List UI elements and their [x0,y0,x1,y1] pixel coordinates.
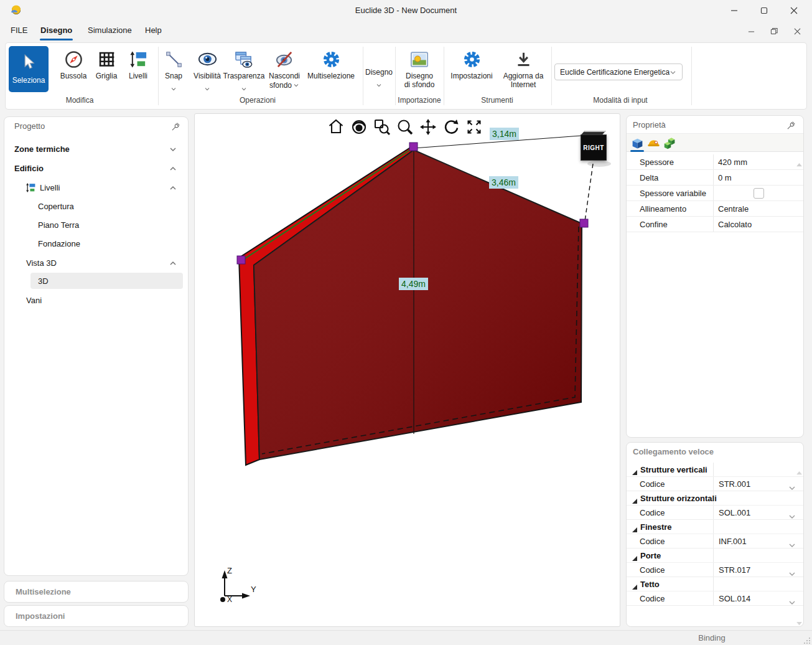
multiselect-button[interactable]: Multiselezione [304,48,358,80]
dimension-label-top: 3,14m [490,128,519,140]
doc-close-button[interactable] [790,24,805,39]
gear-icon [322,48,341,70]
tab-construction-helmet-icon[interactable] [646,136,661,151]
chevron-up-icon[interactable] [169,258,177,268]
quicklink-row-codice[interactable]: Codice STR.001 [627,477,803,491]
eye-slash-icon [275,48,294,70]
tree-item-livelli[interactable]: Livelli [4,180,188,195]
levels-icon [129,48,148,70]
chevron-down-icon [170,82,177,93]
doc-minimize-button[interactable] [744,24,758,39]
quicklink-row-codice[interactable]: Codice SOL.001 [627,506,803,520]
navigation-cube[interactable]: RIGHT [581,134,607,161]
doc-restore-button[interactable] [767,24,782,39]
group-separator [691,47,692,105]
quicklink-row-codice[interactable]: Codice INF.001 [627,534,803,548]
axis-y-label: Y [251,585,256,594]
quicklink-group-strutture-verticali[interactable]: Strutture verticali [627,463,803,477]
vertex-handle-apex[interactable] [409,143,418,151]
active-tab-underline [630,150,644,152]
gear-icon [462,48,482,70]
active-menu-underline [40,39,73,40]
properties-tabs [627,133,803,152]
close-button[interactable] [782,2,806,19]
settings-button[interactable]: Impostazioni [445,48,498,80]
group-label-operazioni: Operazioni [240,96,276,105]
multiselect-panel[interactable]: Multiselezione [4,581,189,603]
property-row-delta[interactable]: Delta 0 m [627,170,803,186]
eye-icon [197,48,218,70]
select-tool-label: Seleziona [12,76,45,85]
vertex-handle-left[interactable] [237,256,245,264]
tab-components-cubes-icon[interactable] [662,136,677,151]
menu-bar: FILE Disegno Simulazione Help [0,21,812,41]
scene-canvas[interactable]: Z Y X [195,114,621,628]
pin-icon[interactable] [171,122,180,131]
scroll-up-arrow[interactable] [796,158,803,169]
tree-item-edificio[interactable]: Edificio [4,161,188,176]
chevron-down-icon[interactable] [169,144,177,154]
chevron-down-icon[interactable] [788,596,796,608]
viewport-3d[interactable]: Z Y X RIGHT 3,14m 3,46m 4,49m [194,113,620,627]
group-label-strumenti: Strumenti [481,96,513,105]
chevron-up-icon[interactable] [169,164,177,173]
minimize-button[interactable] [722,2,746,19]
project-panel-title: Progetto [14,121,45,131]
menu-simulazione[interactable]: Simulazione [88,26,132,35]
pin-icon[interactable] [786,121,796,130]
property-row-confine[interactable]: Confine Calcolato [627,217,803,232]
axis-z-label: Z [227,566,232,575]
group-label-importazione: Importazione [398,96,441,105]
quicklink-group-tetto[interactable]: Tetto [627,577,803,591]
menu-help[interactable]: Help [145,26,162,35]
tree-item-3d-selected[interactable]: 3D [30,273,183,289]
quicklink-panel-title: Collegamento veloce [633,447,714,456]
tree-item-fondazione[interactable]: Fondazione [4,236,188,251]
levels-icon [26,182,36,193]
chevron-down-icon [293,80,299,89]
input-mode-select[interactable]: Euclide Certificazione Energetica [554,64,683,80]
property-row-spessore-variabile[interactable]: Spessore variabile [627,186,803,201]
hide-background-button[interactable]: Nascondisfondo [258,48,311,90]
menu-file[interactable]: FILE [11,26,27,35]
multiselect-panel-title: Multiselezione [16,587,71,596]
update-from-internet-button[interactable]: Aggiorna daInternet [497,48,550,89]
chevron-down-icon [204,82,210,93]
window-title: Euclide 3D - New Document [0,6,812,15]
tree-item-zone-termiche[interactable]: Zone termiche [4,141,188,156]
tab-geometry-cube-icon[interactable] [630,136,645,151]
chevron-down-icon [376,78,382,90]
settings-panel[interactable]: Impostazioni [4,605,189,627]
resize-grip[interactable] [803,637,811,644]
app-window: Euclide 3D - New Document FILE Disegno S… [0,0,812,645]
quicklink-row-codice[interactable]: Codice SOL.014 [627,591,803,606]
ribbon: Seleziona Bussola Griglia Livelli [5,42,807,110]
background-drawing-button[interactable]: Disegnodi sfondo [393,48,446,89]
property-row-allineamento[interactable]: Allineamento Centrale [627,201,803,217]
document-window-controls [744,24,805,39]
maximize-button[interactable] [752,2,776,19]
chevron-up-icon[interactable] [169,183,177,192]
tree-item-piano-terra[interactable]: Piano Terra [4,217,188,232]
status-binding-label: Binding [689,633,734,643]
settings-panel-title: Impostazioni [16,611,65,621]
property-row-spessore[interactable]: Spessore 420 mm [627,154,803,170]
variable-thickness-checkbox[interactable] [754,188,764,199]
quicklink-group-porte[interactable]: Porte [627,548,803,563]
wall-shading [254,150,582,459]
quicklink-group-strutture-orizzontali[interactable]: Strutture orizzontali [627,491,803,506]
properties-panel-title: Proprietà [633,120,666,129]
chevron-down-icon [670,68,677,77]
axis-x-label: X [227,595,232,604]
scroll-down-arrow[interactable] [796,617,803,628]
quicklink-group-finestre[interactable]: Finestre [627,520,803,534]
project-panel: Progetto Zone termiche Edificio Livelli … [4,116,189,576]
tree-item-copertura[interactable]: Copertura [4,199,188,214]
scroll-up-arrow[interactable] [796,466,803,478]
menu-disegno[interactable]: Disegno [40,26,72,35]
tree-item-vani[interactable]: Vani [4,293,188,308]
vertex-handle-right[interactable] [580,219,588,227]
select-tool-button[interactable]: Seleziona [9,46,49,92]
tree-item-vista-3d[interactable]: Vista 3D [4,255,188,270]
quicklink-row-codice[interactable]: Codice STR.017 [627,563,803,577]
